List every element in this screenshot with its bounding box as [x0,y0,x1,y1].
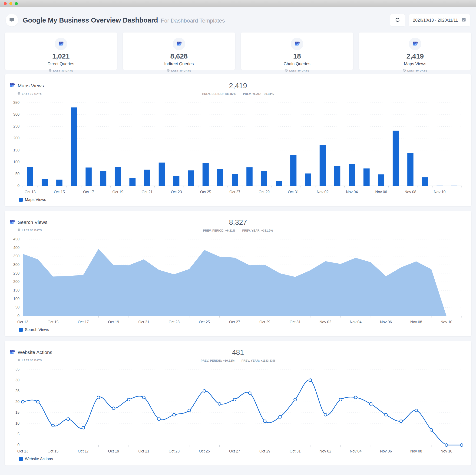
globe-icon [49,69,51,72]
bar [217,169,223,186]
point-marker [218,403,221,405]
bar [363,168,370,186]
y-axis-label: 250 [13,271,19,275]
legend-search-views[interactable]: Search Views [19,328,467,332]
point-marker [384,413,387,416]
maps-views-chart: 050100150200250300350Oct 13Oct 15Oct 17O… [9,99,467,197]
x-axis-label: Oct 17 [78,449,89,453]
dashboard-header: Google My Business Overview Dashboard Fo… [5,7,471,32]
bar [203,163,208,186]
point-marker [324,413,327,416]
gmb-icon-badge: G [55,38,67,50]
bar [85,167,92,186]
prev-year-label: PREV. YEAR: +39.34% [243,92,274,96]
legend-swatch [19,328,23,332]
line-series [23,380,462,445]
svg-text:G: G [180,44,181,45]
point-marker [158,418,160,420]
bar [188,170,194,186]
point-marker [82,426,85,429]
prev-period-label: PREV. PERIOD: +36.82% [202,92,236,96]
bar [422,177,428,186]
x-axis-label: Oct 23 [169,320,179,324]
kpi-label: Indirect Queries [123,62,235,66]
svg-text:G: G [416,44,417,45]
y-axis-label: 450 [13,237,19,241]
x-axis-label: Nov 04 [350,320,362,324]
kpi-card-maps-views: G 2,419 Maps Views LAST 30 DAYS [359,33,471,70]
zoom-window-button[interactable] [15,2,18,5]
point-marker [354,396,357,399]
refresh-button[interactable] [390,14,405,27]
x-axis-label: Nov 10 [434,190,445,194]
gmb-icon-badge: G [173,38,185,50]
globe-icon [167,69,170,72]
svg-text:G: G [13,85,14,87]
legend-maps-views[interactable]: Maps Views [19,197,467,202]
gmb-storefront-icon: G [412,41,418,47]
svg-text:G: G [13,352,14,354]
point-marker [36,400,39,403]
refresh-icon [395,17,400,23]
prev-year-label: PREV. YEAR: +331.9% [242,229,273,232]
close-window-button[interactable] [4,2,7,5]
kpi-value: 2,419 [359,52,471,60]
bar [378,174,384,186]
y-axis-label: 5 [17,432,19,436]
gmb-storefront-icon: G [9,349,15,356]
maps-views-panel: G Maps Views LAST 30 DAYS 2,419 PREV. PE… [5,74,471,206]
bar [276,181,282,186]
x-axis-label: Nov 04 [350,449,362,453]
x-axis-label: Oct 23 [169,449,179,453]
y-axis-label: 100 [13,160,19,164]
y-axis-label: 100 [13,297,19,301]
legend-website-actions[interactable]: Website Actions [19,457,467,461]
y-axis-label: 150 [13,148,19,152]
y-axis-label: 10 [15,421,19,425]
globe-icon [285,69,288,72]
date-range-picker[interactable]: 2020/10/13 - 2020/11/11 [408,14,471,27]
x-axis-label: Oct 23 [171,190,182,194]
total-value: 8,327 [203,218,273,227]
x-axis-label: Oct 29 [259,320,270,324]
kpi-card-chain-queries: G 18 Chain Queries LAST 30 DAYS [241,33,353,70]
point-marker [430,428,433,431]
bar [27,167,33,186]
page-title: Google My Business Overview Dashboard [23,16,158,24]
x-axis-label: Oct 19 [108,449,119,453]
bar [437,186,442,186]
dashboard-page: Google My Business Overview Dashboard Fo… [0,7,476,465]
x-axis-label: Oct 29 [259,190,270,194]
prev-period-label: PREV. PERIOD: +6.21% [203,229,236,232]
x-axis-label: Oct 15 [54,190,65,194]
y-axis-label: 25 [15,389,19,393]
panel-title: Website Actions [18,350,52,355]
bar [349,164,355,186]
point-marker [127,398,130,401]
x-axis-label: Oct 29 [259,449,270,453]
globe-icon [403,69,406,72]
bar [305,174,311,186]
bar [144,170,150,186]
panel-header: G Website Actions LAST 30 DAYS 481 PREV.… [9,349,467,366]
gmb-storefront-icon: G [9,219,15,226]
minimize-window-button[interactable] [9,2,12,5]
panel-header: G Maps Views LAST 30 DAYS 2,419 PREV. PE… [9,82,467,99]
bar [100,171,106,186]
bar [173,176,179,186]
calendar-icon [462,17,466,23]
y-axis-label: 300 [13,263,19,267]
panel-period-label: LAST 30 DAYS [22,359,42,362]
bar [408,153,413,186]
y-axis-label: 0 [17,443,19,447]
point-marker [142,396,145,399]
x-axis-label: Oct 25 [199,320,210,324]
window-titlebar [0,0,476,7]
bar [290,155,296,186]
point-marker [112,407,115,410]
y-axis-label: 50 [15,172,19,176]
x-axis-label: Oct 13 [25,190,35,194]
point-marker [264,420,266,423]
x-axis-label: Nov 06 [380,449,392,453]
kpi-value: 18 [241,52,353,60]
